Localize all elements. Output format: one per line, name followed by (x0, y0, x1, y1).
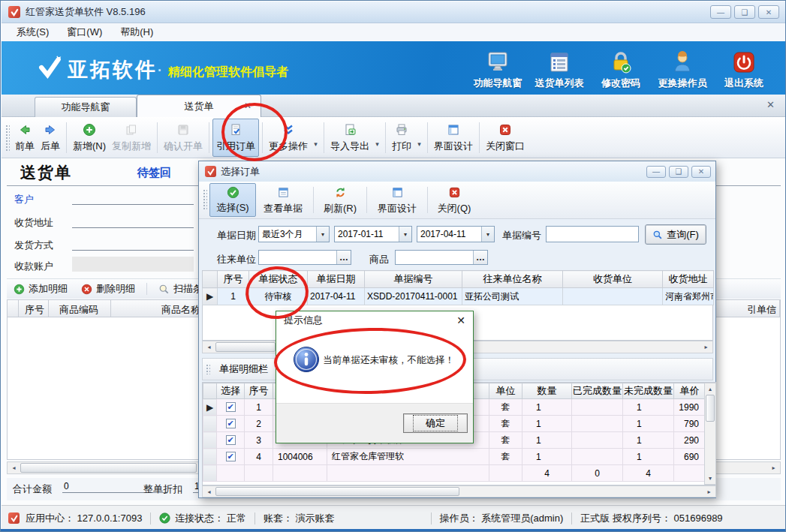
scroll-thumb[interactable] (20, 463, 197, 473)
date-from-select[interactable]: 2017-01-11▾ (334, 226, 412, 242)
query-button[interactable]: 查询(F) (645, 224, 706, 245)
col-done[interactable]: 已完成数量 (572, 383, 623, 399)
total-amount-label: 合计金额 (13, 482, 52, 496)
col-yindan[interactable]: 引单信 (747, 303, 776, 317)
add-detail-button[interactable]: 添加明细 (7, 279, 74, 299)
switch-operator-button[interactable]: 更换操作员 (652, 47, 713, 90)
prev-doc-button[interactable]: 前单 (12, 119, 38, 157)
remove-detail-button[interactable]: 删除明细 (74, 279, 142, 299)
next-doc-button[interactable]: 后单 (38, 119, 63, 157)
expander-header (203, 271, 218, 288)
brand-name: 亚拓软件 (68, 56, 158, 83)
tab-nav-window[interactable]: 功能导航窗 (35, 97, 137, 117)
checkbox-checked[interactable] (226, 419, 236, 428)
view-doc-icon (277, 185, 290, 200)
menu-help[interactable]: 帮助(H) (111, 23, 162, 41)
scroll-left-icon[interactable]: ◂ (8, 462, 20, 473)
scroll-right-icon[interactable]: ▸ (767, 462, 780, 473)
date-to-select[interactable]: 2017-04-11▾ (417, 226, 495, 242)
ship-address-input[interactable] (72, 215, 194, 228)
menu-system[interactable]: 系统(S) (8, 23, 58, 41)
billno-input[interactable] (546, 226, 639, 242)
col-billno[interactable]: 单据编号 (365, 271, 462, 288)
scroll-thumb[interactable] (215, 487, 459, 496)
tab-delivery-order[interactable]: 送货单 ✕ (137, 95, 261, 117)
reference-order-button[interactable]: 引用订单 (212, 119, 259, 157)
copy-new-button: 复制新增 (109, 119, 154, 157)
import-export-button[interactable]: 导入导出 (327, 119, 372, 157)
close-button[interactable]: ✕ (758, 5, 779, 19)
order-row[interactable]: ▶ 1 待审核 2017-04-11 XSDD-20170411-0001 亚拓… (203, 288, 714, 305)
scroll-right-icon[interactable]: ▸ (700, 341, 712, 353)
dialog-ui-design-button[interactable]: 界面设计 (370, 183, 424, 217)
scroll-down-icon[interactable]: ▾ (705, 473, 715, 484)
menu-window[interactable]: 窗口(W) (58, 23, 111, 41)
checkbox-checked[interactable] (226, 452, 236, 461)
col-xuhao[interactable]: 序号 (218, 271, 249, 288)
dialog-close-window-button[interactable]: 关闭(Q) (431, 183, 477, 217)
view-doc-button[interactable]: 查看单据 (256, 183, 310, 217)
dialog-maximize-button[interactable]: ❑ (669, 166, 688, 178)
col-bianma[interactable]: 商品编码 (59, 303, 98, 317)
new-doc-button[interactable]: 新增(N) (70, 119, 109, 157)
message-box-close-icon[interactable]: ✕ (456, 314, 465, 326)
nav-window-button[interactable]: 功能导航窗 (467, 47, 529, 90)
details-vertical-scrollbar[interactable]: ▴ ▾ (704, 383, 716, 485)
chevron-down-icon[interactable]: ▾ (399, 227, 411, 242)
partner-input[interactable]: … (258, 250, 351, 265)
change-password-button[interactable]: 修改密码 (590, 47, 652, 90)
checkbox-checked[interactable] (226, 435, 236, 445)
tab-close-icon[interactable]: ✕ (244, 101, 251, 111)
col-xuhao[interactable]: 序号 (25, 303, 44, 317)
dropdown-caret-icon[interactable]: ▾ (414, 128, 424, 148)
col-mingcheng[interactable]: 商品名称 (161, 303, 200, 317)
scroll-thumb[interactable] (215, 342, 276, 352)
close-window-button[interactable]: 关闭窗口 (483, 119, 528, 157)
col-xuhao[interactable]: 序号 (245, 383, 273, 399)
customer-input[interactable] (72, 191, 194, 205)
dialog-minimize-button[interactable]: — (646, 166, 666, 178)
col-receiver[interactable]: 收货单位 (563, 271, 663, 288)
col-partner[interactable]: 往来单位名称 (462, 271, 563, 288)
print-button[interactable]: 打印 (389, 119, 414, 157)
ellipsis-button[interactable]: … (336, 251, 351, 264)
col-status[interactable]: 单据状态 (249, 271, 308, 288)
col-qty[interactable]: 数量 (522, 383, 572, 399)
delivery-list-button[interactable]: 送货单列表 (529, 47, 590, 90)
ellipsis-button[interactable]: … (473, 251, 487, 264)
ship-method-input[interactable] (72, 237, 194, 251)
select-button[interactable]: 选择(S) (209, 183, 256, 217)
checkbox-checked[interactable] (226, 402, 236, 412)
chevron-down-icon[interactable]: ▾ (316, 227, 329, 242)
more-actions-button[interactable]: 更多操作 (266, 119, 311, 157)
scroll-left-icon[interactable]: ◂ (203, 341, 215, 353)
col-date[interactable]: 单据日期 (308, 271, 365, 288)
detail-tab-label[interactable]: 单据明细栏 (219, 362, 268, 376)
col-price[interactable]: 单价 (674, 383, 706, 399)
exit-system-button[interactable]: 退出系统 (713, 47, 775, 90)
dropdown-caret-icon[interactable]: ▾ (372, 128, 382, 148)
refresh-button[interactable]: 刷新(R) (317, 183, 363, 217)
payment-account-input[interactable] (72, 257, 194, 272)
tabstrip-close-icon[interactable]: ✕ (766, 99, 775, 110)
col-address[interactable]: 收货地址 (663, 271, 714, 288)
details-horizontal-scrollbar[interactable]: ◂ ▸ (202, 485, 716, 497)
chevron-down-icon[interactable]: ▾ (481, 227, 494, 242)
date-range-select[interactable]: 最近3个月▾ (258, 226, 330, 242)
ui-design-button[interactable]: 界面设计 (431, 119, 476, 157)
col-unit[interactable]: 单位 (489, 383, 522, 399)
import-export-icon (343, 123, 357, 137)
dialog-close-button[interactable]: ✕ (691, 166, 711, 178)
dropdown-caret-icon[interactable]: ▾ (311, 128, 321, 148)
scroll-right-icon[interactable]: ▸ (703, 486, 715, 497)
minimize-button[interactable]: — (710, 5, 731, 19)
scroll-thumb[interactable] (706, 395, 715, 422)
scroll-left-icon[interactable]: ◂ (203, 486, 215, 497)
maximize-button[interactable]: ❑ (734, 5, 755, 19)
product-input[interactable]: … (395, 250, 488, 265)
scroll-up-icon[interactable]: ▴ (705, 383, 715, 395)
col-select[interactable]: 选择 (217, 383, 245, 399)
col-undone[interactable]: 未完成数量 (623, 383, 674, 399)
detail-row[interactable]: 4 1004006 红管家仓库管理软 套 1 1 690 (203, 449, 706, 465)
ok-button[interactable]: 确定 (403, 413, 468, 433)
